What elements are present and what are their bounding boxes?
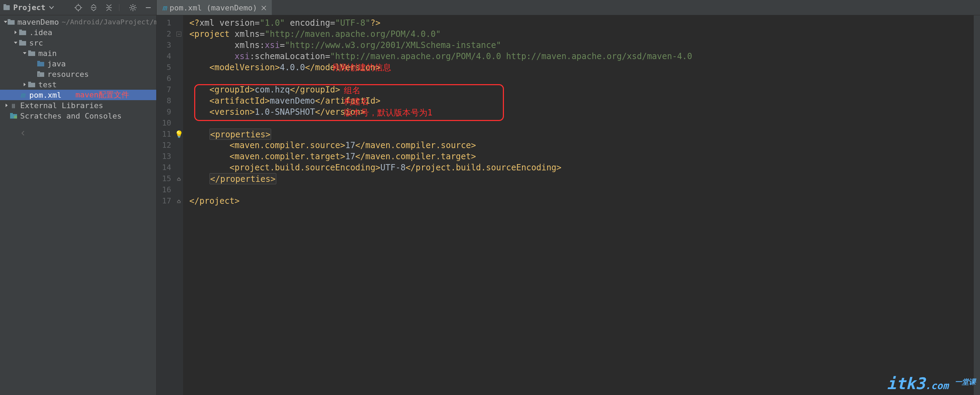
tree-item-label: main [38,49,57,58]
code-line[interactable]: <properties> [189,128,980,140]
fold-mark [175,184,183,195]
code-line[interactable]: <groupId>com.hzq</groupId> [189,84,980,95]
line-number: 11 [157,128,171,140]
line-number: 14 [157,162,171,173]
fold-gutter[interactable]: −💡 [175,15,183,395]
fold-mark [175,51,183,62]
line-number: 5 [157,62,171,73]
tree-item-label: mavenDemo [18,18,59,27]
fold-mark [175,140,183,151]
code-line[interactable]: <version>1.0-SNAPSHOT</version> [189,106,980,117]
maven-file-icon: m [162,3,167,12]
svg-rect-27 [37,62,44,67]
line-number: 1 [157,17,171,29]
editor-tabs: m pom.xml (mavenDemo) [157,0,980,15]
tree-item-path: ~/Android/JavaProject/mavenDem [62,18,156,26]
line-number: 9 [157,106,171,117]
fold-mark [175,40,183,51]
tree-item-java[interactable]: java [0,59,156,69]
project-tree[interactable]: mavenDemo~/Android/JavaProject/mavenDem.… [0,15,156,395]
code-line[interactable]: <maven.compiler.source>17</maven.compile… [189,140,980,151]
expand-all-icon[interactable] [89,3,98,12]
tree-item-label: External Libraries [20,101,103,110]
chevron-left-icon [21,131,156,136]
divider [119,4,119,11]
dropdown-icon[interactable] [49,6,54,10]
tree-item-external-libraries[interactable]: ⫼External Libraries [0,100,156,111]
code-line[interactable]: <project xmlns="http://maven.apache.org/… [189,29,980,40]
tree-arrow-icon[interactable] [13,30,19,35]
fold-mark[interactable] [175,173,183,184]
line-number: 2 [157,29,171,40]
line-number: 16 [157,184,171,195]
locate-icon[interactable] [74,3,83,12]
folder-icon [19,39,27,47]
tree-arrow-icon[interactable] [22,51,28,55]
code-line[interactable]: <maven.compiler.target>17</maven.compile… [189,151,980,162]
intention-bulb-icon[interactable]: 💡 [175,128,183,140]
collapse-all-icon[interactable] [104,3,113,12]
code-content[interactable]: 刚刚创建的信息 组名 构建名 版本号，默认版本号为1 <?xml version… [183,15,980,395]
fold-mark[interactable]: − [175,29,183,40]
source-folder-icon [37,60,45,67]
code-line[interactable] [189,184,980,195]
tree-item-label: java [47,59,66,68]
code-line[interactable]: <?xml version="1.0" encoding="UTF-8"?> [189,17,980,29]
fold-mark [175,73,183,84]
code-editor[interactable]: 1234567891011121314151617 −💡 刚刚创建的信息 组名 … [157,15,980,395]
tree-item-scratches-and-consoles[interactable]: Scratches and Consoles [0,111,156,121]
fold-mark [175,117,183,128]
close-tab-icon[interactable] [261,6,266,10]
svg-rect-21 [19,30,26,35]
tree-arrow-icon[interactable] [3,20,8,24]
code-line[interactable]: <artifactId>mavenDemo</artifactId> [189,95,980,106]
code-line[interactable] [189,117,980,128]
svg-rect-34 [28,83,35,87]
tree-item-test[interactable]: test [0,79,156,90]
tree-item-label: test [38,80,57,89]
line-number-gutter: 1234567891011121314151617 [157,15,175,395]
folder-icon [19,29,27,36]
resources-folder-icon [37,70,45,78]
tree-arrow-icon[interactable] [3,103,10,108]
code-line[interactable]: <modelVersion>4.0.0</modelVersion> [189,62,980,73]
line-number: 10 [157,117,171,128]
tree-item--idea[interactable]: .idea [0,27,156,38]
code-line[interactable] [189,73,980,84]
tree-item-label: pom.xml [29,91,62,100]
sidebar-title[interactable]: Project [13,3,46,12]
gear-icon[interactable] [129,3,137,12]
tree-item-src[interactable]: src [0,38,156,48]
line-number: 3 [157,40,171,51]
fold-mark [175,17,183,29]
project-sidebar: Project mavenDemo~/Android/JavaProject [0,0,157,395]
tree-item-label: Scratches and Consoles [20,112,121,120]
tree-item-pom-xml[interactable]: mpom.xmlmaven配置文件 [0,90,156,100]
editor-scrollbar[interactable] [974,15,980,395]
code-line[interactable]: xsi:schemaLocation="http://maven.apache.… [189,51,980,62]
code-line[interactable]: <project.build.sourceEncoding>UTF-8</pro… [189,162,980,173]
tab-pom-xml[interactable]: m pom.xml (mavenDemo) [157,0,272,15]
code-line[interactable]: </properties> [189,173,980,184]
hide-icon[interactable] [144,3,153,12]
line-number: 6 [157,73,171,84]
code-line[interactable]: </project> [189,195,980,206]
tree-item-label: .idea [29,28,52,37]
line-number: 8 [157,95,171,106]
tree-item-main[interactable]: main [0,48,156,59]
project-icon [3,5,10,10]
tree-item-mavendemo[interactable]: mavenDemo~/Android/JavaProject/mavenDem [0,17,156,27]
tree-item-label: src [29,39,43,47]
tree-arrow-icon[interactable] [22,82,28,87]
library-icon: ⫼ [10,102,18,109]
tree-arrow-icon[interactable] [13,41,19,45]
fold-mark[interactable] [175,195,183,206]
folder-icon [8,18,14,26]
tree-item-resources[interactable]: resources [0,69,156,79]
sidebar-header: Project [0,0,156,15]
code-line[interactable]: xmlns:xsi="http://www.w3.org/2001/XMLSch… [189,40,980,51]
editor-area: m pom.xml (mavenDemo) 123456789101112131… [157,0,980,395]
fold-mark [175,162,183,173]
maven-file-icon: m [19,91,27,99]
fold-mark [175,151,183,162]
